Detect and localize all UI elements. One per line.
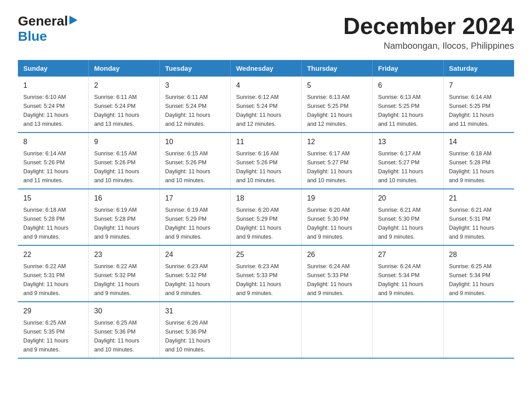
day-info: Sunrise: 6:18 AMSunset: 5:28 PMDaylight:…	[449, 149, 509, 185]
calendar-body: 1Sunrise: 6:10 AMSunset: 5:24 PMDaylight…	[18, 77, 514, 358]
day-info: Sunrise: 6:14 AMSunset: 5:26 PMDaylight:…	[23, 149, 83, 185]
calendar-cell: 20Sunrise: 6:21 AMSunset: 5:30 PMDayligh…	[373, 189, 443, 245]
header-day-sunday: Sunday	[18, 60, 89, 77]
header-day-monday: Monday	[89, 60, 159, 77]
day-number: 21	[449, 193, 509, 204]
day-number: 30	[94, 306, 154, 317]
logo-blue-text: Blue	[18, 29, 47, 43]
calendar-cell: 5Sunrise: 6:13 AMSunset: 5:25 PMDaylight…	[301, 77, 372, 133]
day-number: 27	[378, 249, 438, 260]
day-number: 7	[449, 80, 509, 91]
header-day-tuesday: Tuesday	[159, 60, 230, 77]
calendar-cell	[443, 302, 514, 358]
day-info: Sunrise: 6:25 AMSunset: 5:35 PMDaylight:…	[23, 318, 83, 354]
title-section: December 2024 Namboongan, Ilocos, Philip…	[343, 13, 514, 51]
week-row: 15Sunrise: 6:18 AMSunset: 5:28 PMDayligh…	[18, 189, 514, 245]
calendar-cell: 9Sunrise: 6:15 AMSunset: 5:26 PMDaylight…	[89, 133, 159, 189]
day-info: Sunrise: 6:10 AMSunset: 5:24 PMDaylight:…	[23, 93, 83, 128]
calendar-cell: 12Sunrise: 6:17 AMSunset: 5:27 PMDayligh…	[301, 133, 372, 189]
day-number: 11	[236, 137, 296, 147]
day-info: Sunrise: 6:18 AMSunset: 5:28 PMDaylight:…	[23, 206, 83, 241]
calendar-cell: 31Sunrise: 6:26 AMSunset: 5:36 PMDayligh…	[159, 302, 230, 358]
day-number: 5	[307, 80, 367, 91]
day-number: 28	[449, 249, 509, 260]
calendar-cell: 27Sunrise: 6:24 AMSunset: 5:34 PMDayligh…	[373, 245, 443, 302]
calendar-cell	[301, 302, 372, 358]
week-row: 1Sunrise: 6:10 AMSunset: 5:24 PMDaylight…	[18, 77, 514, 133]
subtitle: Namboongan, Ilocos, Philippines	[343, 41, 514, 51]
logo-arrow-icon	[69, 16, 77, 26]
week-row: 8Sunrise: 6:14 AMSunset: 5:26 PMDaylight…	[18, 133, 514, 189]
calendar-table: SundayMondayTuesdayWednesdayThursdayFrid…	[18, 60, 514, 359]
header-day-saturday: Saturday	[443, 60, 514, 77]
calendar-cell: 25Sunrise: 6:23 AMSunset: 5:33 PMDayligh…	[231, 245, 301, 302]
calendar-cell: 1Sunrise: 6:10 AMSunset: 5:24 PMDaylight…	[18, 77, 89, 133]
day-number: 19	[307, 193, 367, 204]
header-day-thursday: Thursday	[301, 60, 372, 77]
calendar-cell: 23Sunrise: 6:22 AMSunset: 5:32 PMDayligh…	[89, 245, 159, 302]
header-day-friday: Friday	[373, 60, 443, 77]
day-number: 18	[236, 193, 296, 204]
main-title: December 2024	[343, 13, 514, 39]
day-info: Sunrise: 6:25 AMSunset: 5:34 PMDaylight:…	[449, 262, 509, 298]
day-info: Sunrise: 6:23 AMSunset: 5:32 PMDaylight:…	[165, 262, 225, 298]
calendar-cell: 10Sunrise: 6:15 AMSunset: 5:26 PMDayligh…	[159, 133, 230, 189]
calendar-cell: 28Sunrise: 6:25 AMSunset: 5:34 PMDayligh…	[443, 245, 514, 302]
week-row: 22Sunrise: 6:22 AMSunset: 5:31 PMDayligh…	[18, 245, 514, 302]
day-info: Sunrise: 6:14 AMSunset: 5:25 PMDaylight:…	[449, 93, 509, 128]
day-number: 15	[23, 193, 83, 204]
day-number: 8	[23, 137, 83, 147]
day-info: Sunrise: 6:20 AMSunset: 5:29 PMDaylight:…	[236, 206, 296, 241]
day-info: Sunrise: 6:26 AMSunset: 5:36 PMDaylight:…	[165, 318, 225, 354]
day-info: Sunrise: 6:15 AMSunset: 5:26 PMDaylight:…	[94, 149, 154, 185]
day-number: 22	[23, 249, 83, 260]
day-number: 13	[378, 137, 438, 147]
calendar-cell	[231, 302, 301, 358]
day-number: 25	[236, 249, 296, 260]
day-info: Sunrise: 6:24 AMSunset: 5:34 PMDaylight:…	[378, 262, 438, 298]
svg-marker-0	[69, 16, 77, 25]
calendar-cell: 14Sunrise: 6:18 AMSunset: 5:28 PMDayligh…	[443, 133, 514, 189]
header-day-wednesday: Wednesday	[231, 60, 301, 77]
calendar-cell: 26Sunrise: 6:24 AMSunset: 5:33 PMDayligh…	[301, 245, 372, 302]
calendar-cell: 8Sunrise: 6:14 AMSunset: 5:26 PMDaylight…	[18, 133, 89, 189]
calendar-cell: 4Sunrise: 6:12 AMSunset: 5:24 PMDaylight…	[231, 77, 301, 133]
page-header: General Blue December 2024 Namboongan, I…	[18, 13, 514, 51]
calendar-cell: 11Sunrise: 6:16 AMSunset: 5:26 PMDayligh…	[231, 133, 301, 189]
day-number: 23	[94, 249, 154, 260]
day-number: 26	[307, 249, 367, 260]
calendar-cell: 7Sunrise: 6:14 AMSunset: 5:25 PMDaylight…	[443, 77, 514, 133]
logo-general-text: General	[18, 13, 68, 29]
day-number: 6	[378, 80, 438, 91]
day-number: 1	[23, 80, 83, 91]
day-number: 2	[94, 80, 154, 91]
calendar-cell: 22Sunrise: 6:22 AMSunset: 5:31 PMDayligh…	[18, 245, 89, 302]
day-info: Sunrise: 6:13 AMSunset: 5:25 PMDaylight:…	[378, 93, 438, 128]
calendar-cell: 24Sunrise: 6:23 AMSunset: 5:32 PMDayligh…	[159, 245, 230, 302]
week-row: 29Sunrise: 6:25 AMSunset: 5:35 PMDayligh…	[18, 302, 514, 358]
day-info: Sunrise: 6:21 AMSunset: 5:30 PMDaylight:…	[378, 206, 438, 241]
logo: General Blue	[18, 13, 77, 44]
day-number: 9	[94, 137, 154, 147]
calendar-cell: 6Sunrise: 6:13 AMSunset: 5:25 PMDaylight…	[373, 77, 443, 133]
header-row: SundayMondayTuesdayWednesdayThursdayFrid…	[18, 60, 514, 77]
day-info: Sunrise: 6:23 AMSunset: 5:33 PMDaylight:…	[236, 262, 296, 298]
day-number: 29	[23, 306, 83, 317]
day-number: 24	[165, 249, 225, 260]
calendar-cell: 30Sunrise: 6:25 AMSunset: 5:36 PMDayligh…	[89, 302, 159, 358]
calendar-cell: 19Sunrise: 6:20 AMSunset: 5:30 PMDayligh…	[301, 189, 372, 245]
calendar-cell: 2Sunrise: 6:11 AMSunset: 5:24 PMDaylight…	[89, 77, 159, 133]
day-info: Sunrise: 6:11 AMSunset: 5:24 PMDaylight:…	[165, 93, 225, 128]
calendar-cell: 21Sunrise: 6:21 AMSunset: 5:31 PMDayligh…	[443, 189, 514, 245]
calendar-cell: 18Sunrise: 6:20 AMSunset: 5:29 PMDayligh…	[231, 189, 301, 245]
day-number: 31	[165, 306, 225, 317]
calendar-header: SundayMondayTuesdayWednesdayThursdayFrid…	[18, 60, 514, 77]
day-number: 12	[307, 137, 367, 147]
day-info: Sunrise: 6:22 AMSunset: 5:32 PMDaylight:…	[94, 262, 154, 298]
day-number: 14	[449, 137, 509, 147]
day-info: Sunrise: 6:16 AMSunset: 5:26 PMDaylight:…	[236, 149, 296, 185]
calendar-cell: 16Sunrise: 6:19 AMSunset: 5:28 PMDayligh…	[89, 189, 159, 245]
day-number: 4	[236, 80, 296, 91]
calendar-cell: 17Sunrise: 6:19 AMSunset: 5:29 PMDayligh…	[159, 189, 230, 245]
day-info: Sunrise: 6:25 AMSunset: 5:36 PMDaylight:…	[94, 318, 154, 354]
